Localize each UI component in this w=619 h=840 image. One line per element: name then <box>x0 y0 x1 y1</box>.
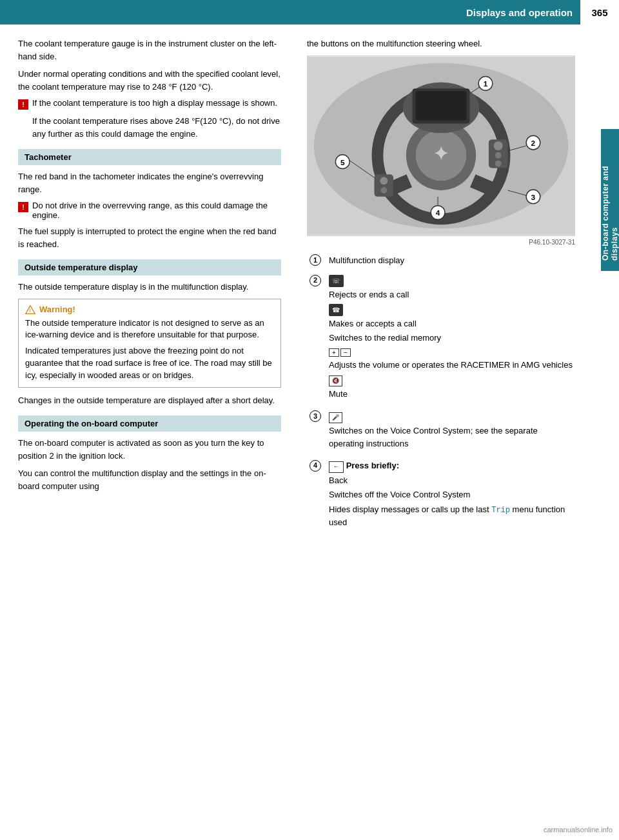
item2-line3: Switches to the redial memory <box>329 332 573 345</box>
phone-end-icon-row: ☏ <box>329 274 573 288</box>
item4-line1: Back <box>329 474 573 487</box>
mute-icon: 🔇 <box>329 375 342 387</box>
svg-point-15 <box>495 152 502 158</box>
back-icon-row: ← Press briefly: <box>329 459 573 474</box>
section-onboard: Operating the on-board computer <box>18 415 281 432</box>
volume-icons: + − <box>329 348 351 357</box>
page-container: The coolant temperature gauge is in the … <box>0 25 619 545</box>
coolant-para2: Under normal operating conditions and wi… <box>18 68 281 93</box>
back-icon: ← <box>329 461 344 473</box>
desc-num-2: 2 <box>307 272 326 405</box>
steering-wheel-svg: ✦ <box>308 56 575 235</box>
danger-note-1: ! If the coolant temperature is too high… <box>18 98 281 110</box>
item4-line2: Switches off the Voice Control System <box>329 488 573 501</box>
section-tachometer: Tachometer <box>18 149 281 165</box>
phone-accept-icon-row: ☎ <box>329 303 573 317</box>
desc-row-2: 2 ☏ Rejects or ends a call ☎ Makes or ac… <box>307 272 575 405</box>
watermark: carmanualsonline.info <box>544 826 613 834</box>
svg-text:5: 5 <box>340 157 345 166</box>
desc-row-4: 4 ← Press briefly: Back Switches off the… <box>307 457 575 532</box>
svg-point-16 <box>495 160 502 166</box>
danger-icon-2: ! <box>18 202 28 212</box>
item4-line3: Hides display messages or calls up the l… <box>329 503 573 529</box>
item2-line4: Adjusts the volume or operates the RACET… <box>329 359 573 372</box>
desc-row-1: 1 Multifunction display <box>307 252 575 269</box>
item4-bold: Press briefly: <box>346 461 399 470</box>
image-label: P46.10-3027-31 <box>307 239 575 246</box>
item2-line5: Mute <box>329 388 573 401</box>
desc-content-3: 🎤 Switches on the Voice Control System; … <box>326 408 575 454</box>
tachometer-para2: The fuel supply is interrupted to protec… <box>18 225 281 250</box>
svg-point-19 <box>380 187 387 194</box>
right-column: the buttons on the multifunction steerin… <box>297 25 601 545</box>
onboard-para2-cont: the buttons on the multifunction steerin… <box>307 37 575 50</box>
svg-rect-12 <box>416 91 467 120</box>
svg-text:3: 3 <box>531 192 536 201</box>
svg-text:1: 1 <box>484 79 488 88</box>
desc-table: 1 Multifunction display 2 <box>307 252 575 533</box>
svg-line-9 <box>473 181 495 190</box>
steering-wheel-image: ✦ <box>307 55 575 236</box>
warning-triangle-icon: ! <box>25 305 35 315</box>
svg-text:2: 2 <box>531 139 536 148</box>
phone-accept-icon: ☎ <box>329 304 343 316</box>
header-page-number: 365 <box>580 0 619 25</box>
onboard-para2: You can control the multifunction displa… <box>18 467 281 492</box>
outside-para: The outside temperature display is in th… <box>18 281 281 294</box>
warning-para2: Indicated temperatures just above the fr… <box>25 345 274 382</box>
svg-point-14 <box>494 141 503 150</box>
phone-end-icon: ☏ <box>329 275 344 287</box>
tachometer-para: The red band in the tachometer indicates… <box>18 170 281 195</box>
danger-icon-1: ! <box>18 99 28 110</box>
warning-title: ! Warning! <box>25 305 274 315</box>
svg-text:!: ! <box>29 308 30 314</box>
item3-line1: Switches on the Voice Control System; se… <box>329 425 573 450</box>
header-bar: Displays and operation 365 <box>0 0 619 25</box>
svg-point-18 <box>380 177 388 185</box>
header-title: Displays and operation <box>0 7 580 18</box>
onboard-para1: The on-board computer is activated as so… <box>18 437 281 462</box>
danger-text-1-indent: If the coolant temperature rises above 2… <box>18 115 281 140</box>
desc-num-3: 3 <box>307 408 326 454</box>
desc-row-3: 3 🎤 Switches on the Voice Control System… <box>307 408 575 454</box>
coolant-para1: The coolant temperature gauge is in the … <box>18 37 281 63</box>
danger-text-1: If the coolant temperature is too high a… <box>32 98 277 108</box>
item2-line2: Makes or accepts a call <box>329 317 573 330</box>
section-outside: Outside temperature display <box>18 259 281 275</box>
trip-text: Trip <box>491 506 510 515</box>
desc-num-4: 4 <box>307 457 326 532</box>
svg-text:4: 4 <box>436 208 440 217</box>
desc-num-1: 1 <box>307 252 326 269</box>
vol-minus-icon: − <box>340 348 351 357</box>
vol-plus-icon: + <box>329 348 339 357</box>
item2-line1: Rejects or ends a call <box>329 288 573 301</box>
voice-icon: 🎤 <box>329 412 342 424</box>
warning-box: ! Warning! The outside temperature indic… <box>18 299 281 388</box>
danger-note-2: ! Do not drive in the overrevving range,… <box>18 201 281 220</box>
warning-para1: The outside temperature indicator is not… <box>25 317 274 342</box>
desc-content-2: ☏ Rejects or ends a call ☎ Makes or acce… <box>326 272 575 405</box>
svg-text:✦: ✦ <box>434 143 449 163</box>
changes-para: Changes in the outside temperature are d… <box>18 394 281 407</box>
desc-content-4: ← Press briefly: Back Switches off the V… <box>326 457 575 532</box>
mute-icon-row: 🔇 <box>329 374 573 388</box>
left-column: The coolant temperature gauge is in the … <box>0 25 297 545</box>
danger-text-2: Do not drive in the overrevving range, a… <box>32 201 281 220</box>
desc-content-1: Multifunction display <box>326 252 575 269</box>
voice-icon-row: 🎤 <box>329 410 573 425</box>
